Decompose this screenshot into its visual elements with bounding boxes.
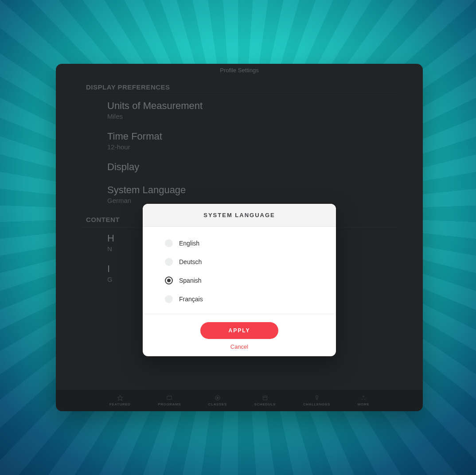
- radio-icon: [165, 239, 173, 247]
- device-frame: Profile Settings DISPLAY PREFERENCES Uni…: [56, 64, 423, 411]
- system-language-modal: SYSTEM LANGUAGE English Deutsch Spanish …: [143, 204, 336, 356]
- page-background: Profile Settings DISPLAY PREFERENCES Uni…: [0, 0, 476, 475]
- option-francais[interactable]: Français: [143, 290, 336, 308]
- radio-icon: [165, 295, 173, 303]
- option-label: English: [179, 240, 199, 247]
- cancel-button[interactable]: Cancel: [230, 343, 248, 350]
- radio-icon: [165, 276, 173, 284]
- option-label: Deutsch: [179, 258, 202, 265]
- modal-footer: APPLY Cancel: [143, 314, 336, 356]
- option-label: Spanish: [179, 277, 202, 284]
- language-options: English Deutsch Spanish Français: [143, 227, 336, 314]
- option-label: Français: [179, 296, 203, 303]
- apply-button[interactable]: APPLY: [200, 322, 278, 339]
- option-english[interactable]: English: [143, 234, 336, 253]
- modal-title: SYSTEM LANGUAGE: [143, 204, 336, 227]
- option-deutsch[interactable]: Deutsch: [143, 253, 336, 271]
- option-spanish[interactable]: Spanish: [143, 271, 336, 290]
- radio-icon: [165, 258, 173, 266]
